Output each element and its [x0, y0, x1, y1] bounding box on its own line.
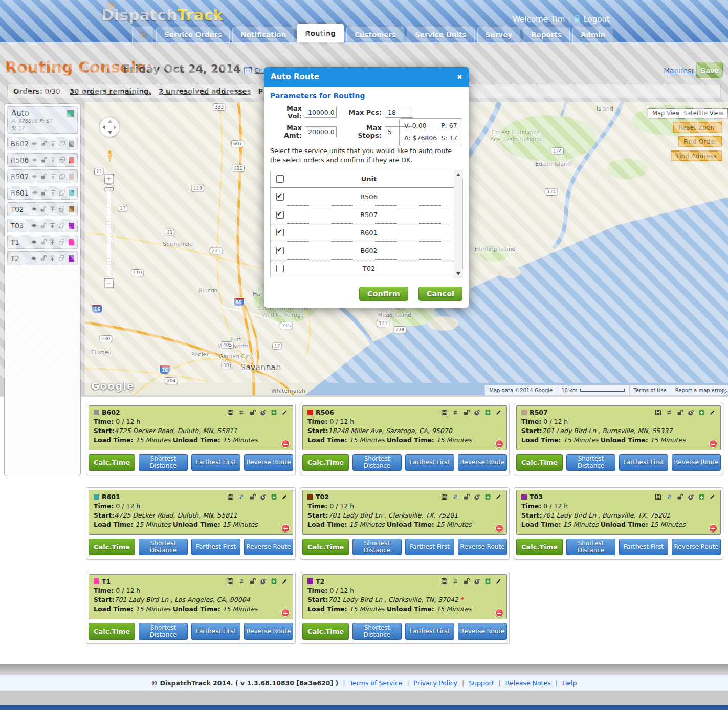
unlock-icon[interactable] [249, 578, 256, 585]
calendar-add-icon[interactable] [271, 578, 277, 585]
calendar-add-icon[interactable] [271, 493, 277, 500]
save-route-icon[interactable] [441, 409, 448, 416]
edit-icon[interactable] [709, 409, 716, 416]
transfer-stops-icon[interactable] [452, 578, 459, 585]
visibility-icon[interactable] [31, 239, 37, 245]
transfer-stops-icon[interactable] [666, 409, 673, 416]
time-lock-icon[interactable] [474, 493, 480, 500]
calc-time-button[interactable]: Calc.Time [302, 539, 349, 555]
zoom-slider-track[interactable] [107, 184, 111, 277]
calc-time-button[interactable]: Calc.Time [89, 539, 135, 555]
sidebar-route-item[interactable]: T03 [7, 219, 78, 232]
transfer-stops-icon[interactable] [238, 493, 245, 500]
zoom-slider-handle[interactable] [104, 187, 114, 191]
tab-survey[interactable]: Survey [477, 27, 521, 42]
time-lock-icon[interactable] [688, 493, 694, 500]
help-link[interactable]: Help [562, 679, 577, 687]
manifest-link[interactable]: Manifest [664, 67, 694, 75]
save-route-icon[interactable] [227, 409, 234, 416]
reverse-route-button[interactable]: Reverse Route [672, 539, 721, 555]
farthest-first-button[interactable]: Farthest First [405, 539, 454, 555]
unlock-icon[interactable] [463, 578, 470, 585]
reverse-route-button[interactable]: Reverse Route [458, 454, 507, 471]
sidebar-route-item[interactable]: R601 [7, 186, 78, 200]
shortest-distance-button[interactable]: Shortest Distance [352, 623, 402, 640]
save-route-icon[interactable] [655, 493, 661, 500]
unlock-icon[interactable] [40, 239, 47, 245]
calc-time-button[interactable]: Calc.Time [516, 454, 563, 471]
duplicate-icon[interactable] [59, 189, 65, 196]
unlock-icon[interactable] [677, 409, 683, 416]
time-lock-icon[interactable] [260, 578, 267, 585]
unlock-icon[interactable] [463, 493, 470, 500]
release-notes-link[interactable]: Release Notes [505, 679, 551, 687]
calendar-add-icon[interactable] [484, 409, 491, 416]
reverse-route-button[interactable]: Reverse Route [458, 539, 507, 555]
tab-customers[interactable]: Customers [346, 27, 404, 42]
visibility-icon[interactable] [31, 255, 37, 262]
duplicate-icon[interactable] [59, 157, 65, 163]
map-pan-control[interactable] [99, 117, 120, 137]
unit-checkbox[interactable]: ✔ [276, 211, 284, 219]
move-to-top-icon[interactable] [49, 239, 56, 245]
unresolved-addresses-link[interactable]: 2 unresolved addresses [159, 87, 251, 95]
remove-route-icon[interactable] [495, 609, 503, 617]
calc-time-button[interactable]: Calc.Time [302, 454, 349, 471]
report-map-error-link[interactable]: Report a map error [671, 385, 728, 395]
duplicate-icon[interactable] [59, 173, 65, 180]
edit-icon[interactable] [281, 493, 288, 500]
remove-route-icon[interactable] [281, 524, 290, 532]
remove-route-icon[interactable] [495, 524, 503, 532]
time-lock-icon[interactable] [688, 409, 694, 416]
transfer-stops-icon[interactable] [452, 493, 459, 500]
farthest-first-button[interactable]: Farthest First [191, 454, 240, 471]
unit-table-scrollbar[interactable] [454, 170, 462, 278]
unlock-icon[interactable] [40, 255, 47, 262]
reverse-route-button[interactable]: Reverse Route [244, 539, 293, 555]
calc-time-button[interactable]: Calc.Time [89, 454, 135, 471]
unit-checkbox[interactable]: ✔ [276, 247, 284, 254]
sidebar-route-item[interactable]: B602 [7, 137, 78, 150]
unlock-icon[interactable] [40, 173, 47, 180]
edit-icon[interactable] [709, 493, 716, 500]
calc-time-button[interactable]: Calc.Time [302, 623, 349, 640]
scroll-down-icon[interactable] [454, 270, 463, 278]
farthest-first-button[interactable]: Farthest First [191, 539, 240, 555]
unlock-icon[interactable] [249, 493, 256, 500]
auto-route-summary[interactable]: Auto A: $76806 P: 67 S: 17 [7, 106, 78, 134]
unlock-icon[interactable] [40, 140, 47, 147]
zoom-out-button[interactable]: − [104, 278, 114, 288]
pan-left-icon[interactable] [102, 125, 105, 130]
close-icon[interactable]: ✖ [457, 73, 462, 81]
calendar-icon[interactable] [244, 66, 252, 75]
calendar-add-icon[interactable] [484, 578, 491, 585]
calendar-add-icon[interactable] [698, 409, 705, 416]
street-view-pegman-icon[interactable] [106, 150, 113, 165]
visibility-icon[interactable] [31, 140, 38, 147]
remove-route-icon[interactable] [281, 440, 290, 448]
map-resize-grip[interactable] [721, 389, 727, 395]
time-lock-icon[interactable] [474, 578, 480, 585]
shortest-distance-button[interactable]: Shortest Distance [352, 454, 402, 471]
reverse-route-button[interactable]: Reverse Route [244, 454, 293, 471]
farthest-first-button[interactable]: Farthest First [619, 539, 668, 555]
reverse-route-button[interactable]: Reverse Route [244, 623, 293, 640]
edit-icon[interactable] [281, 578, 288, 585]
sidebar-route-item[interactable]: T2 [7, 251, 78, 265]
calendar-add-icon[interactable] [698, 493, 705, 500]
unlock-icon[interactable] [463, 409, 470, 416]
find-order-button[interactable]: Find Order [678, 136, 722, 147]
save-route-icon[interactable] [441, 578, 448, 585]
transfer-stops-icon[interactable] [452, 409, 459, 416]
shortest-distance-button[interactable]: Shortest Distance [566, 539, 615, 555]
max-pcs-input[interactable] [385, 107, 413, 118]
move-to-top-icon[interactable] [50, 173, 56, 180]
move-to-top-icon[interactable] [50, 189, 56, 196]
move-to-top-icon[interactable] [49, 255, 56, 262]
cancel-button[interactable]: Cancel [418, 287, 462, 301]
move-to-top-icon[interactable] [49, 222, 56, 229]
duplicate-icon[interactable] [58, 239, 65, 245]
max-amt-input[interactable] [305, 126, 337, 137]
confirm-button[interactable]: Confirm [359, 287, 408, 301]
duplicate-icon[interactable] [59, 140, 65, 147]
